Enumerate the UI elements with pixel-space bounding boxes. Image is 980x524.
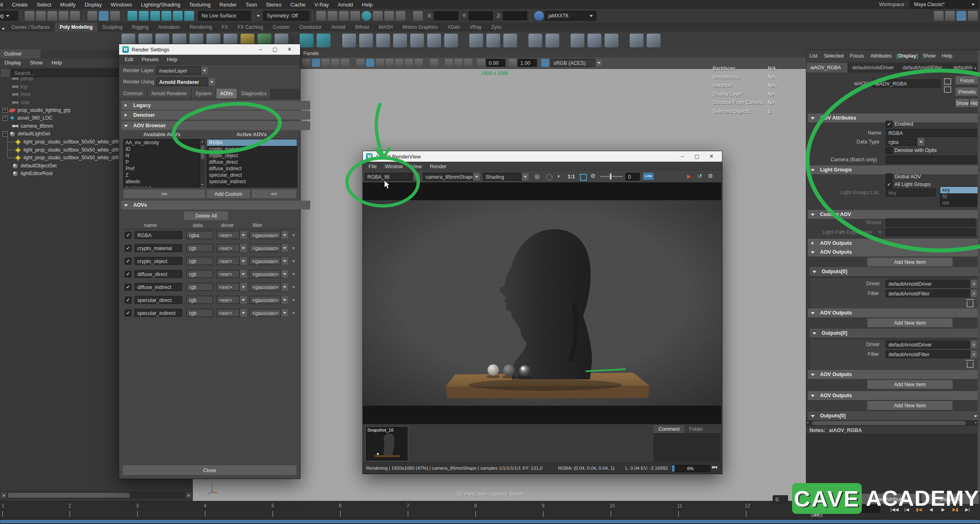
- section-aovs[interactable]: AOVs: [121, 201, 310, 210]
- driver-field[interactable]: defaultArnoldDriver: [886, 340, 970, 349]
- section-aov-outputs-4[interactable]: AOV Outputs: [808, 391, 980, 400]
- light-editor-icon[interactable]: [362, 11, 371, 21]
- aov-data-field[interactable]: rgb: [186, 257, 213, 265]
- vp-bookmarks-icon[interactable]: [331, 59, 339, 67]
- lpe-field[interactable]: [886, 228, 976, 236]
- rs-tab-diagnostics[interactable]: Diagnostics: [237, 89, 271, 98]
- list-item-selected[interactable]: RGBA: [207, 139, 297, 146]
- list-item[interactable]: ID: [124, 146, 200, 152]
- available-aovs-list[interactable]: AA_inv_density ID N P Pref Z albedo back…: [123, 139, 200, 188]
- rs-menu-edit[interactable]: Edit: [121, 57, 138, 62]
- outliner-item-front[interactable]: front: [21, 92, 30, 97]
- vp-select-camera-icon[interactable]: [302, 59, 310, 67]
- ae-menu-list[interactable]: List: [806, 53, 820, 59]
- scroll-left-icon[interactable]: ◂: [1, 492, 6, 498]
- chevron-down-icon[interactable]: [974, 415, 977, 419]
- menu-lighting-shading[interactable]: Lighting/Shading: [136, 2, 185, 8]
- menu-render[interactable]: Render: [215, 2, 241, 8]
- menu-windows[interactable]: Windows: [107, 2, 137, 8]
- live-surface-field[interactable]: No Live Surface: [198, 11, 251, 21]
- aov-enabled-checkbox[interactable]: ✓: [125, 258, 132, 265]
- file-open-icon[interactable]: [36, 11, 46, 21]
- close-button[interactable]: Close: [122, 465, 297, 475]
- aov-driver-dropdown[interactable]: <exr>: [216, 257, 247, 265]
- aov-name-field[interactable]: specular_direct: [134, 296, 182, 304]
- ae-menu-display[interactable]: [Display]: [895, 53, 920, 59]
- minimize-icon[interactable]: –: [675, 151, 690, 162]
- outliner-item-default-light-set[interactable]: defaultLightSet: [18, 131, 50, 137]
- select-hierarchy-icon[interactable]: [87, 11, 97, 21]
- shelf-tab-arnold[interactable]: Arnold: [326, 23, 350, 32]
- shelf-grab-icon[interactable]: [605, 34, 618, 47]
- scroll-up-icon[interactable]: ▲: [201, 140, 204, 143]
- aov-enabled-checkbox[interactable]: ✓: [125, 297, 132, 304]
- menu-texturing[interactable]: Texturing: [185, 2, 215, 8]
- aov-data-field[interactable]: rgb: [186, 270, 213, 278]
- shelf-mirror-icon[interactable]: [528, 34, 542, 47]
- cut-icon[interactable]: [384, 11, 394, 21]
- shelf-multicut-icon[interactable]: [469, 34, 483, 47]
- row-expand-icon[interactable]: ▼: [292, 272, 296, 276]
- scroll-right-icon[interactable]: ▸: [186, 492, 192, 498]
- close-icon[interactable]: ✕: [704, 151, 719, 162]
- aov-filter-dropdown[interactable]: <gaussian>: [249, 244, 288, 252]
- aov-enabled-checkbox[interactable]: ✓: [125, 284, 132, 291]
- vp-isolate-select-icon[interactable]: [430, 59, 438, 67]
- aov-name-field[interactable]: crypto_material: [134, 244, 182, 252]
- shelf-bevel-icon[interactable]: [410, 34, 424, 47]
- shelf-tab-curves[interactable]: Curves / Surfaces: [6, 23, 55, 32]
- vp-shadows-icon[interactable]: [395, 59, 403, 67]
- focus-button[interactable]: Focus: [955, 76, 979, 85]
- expand-icon[interactable]: +: [2, 108, 8, 113]
- filter-field[interactable]: defaultArnoldFilter: [886, 350, 970, 358]
- shelf-relax-icon[interactable]: [588, 34, 601, 47]
- section-custom-aov[interactable]: Custom AOV: [808, 210, 980, 219]
- shelf-separate-icon[interactable]: [359, 34, 373, 47]
- aov-enabled-checkbox[interactable]: ✓: [125, 271, 132, 278]
- outliner-item-camera-85mm[interactable]: camera_85mm: [21, 123, 53, 129]
- ae-menu-help[interactable]: Help: [939, 53, 956, 59]
- vp-resolution-gate-icon[interactable]: [464, 59, 472, 67]
- outliner-item-light-editor-root[interactable]: lightEditorRoot: [21, 171, 53, 176]
- snap-view-plane-icon[interactable]: [173, 11, 183, 21]
- x-coord-input[interactable]: [434, 11, 458, 20]
- vp-color-management-icon[interactable]: [541, 59, 549, 67]
- swatch-icon[interactable]: ◑: [556, 173, 560, 179]
- comment-box[interactable]: [654, 433, 720, 462]
- select-component-icon[interactable]: [110, 11, 120, 21]
- ae-tab-aiaov-rgba[interactable]: aiAOV_RGBA: [806, 63, 848, 73]
- outliner-hscrollbar[interactable]: ◂ ▸: [0, 492, 192, 499]
- panels-menu[interactable]: Panels: [299, 49, 323, 58]
- crop-region-icon[interactable]: [580, 174, 587, 181]
- name-field[interactable]: RGBA: [886, 129, 978, 137]
- shader-field[interactable]: [886, 218, 976, 227]
- ipr-render-icon[interactable]: [328, 11, 337, 21]
- rv-menu-render[interactable]: Render: [426, 164, 451, 169]
- vp-exposure-icon[interactable]: [477, 59, 485, 67]
- show-button[interactable]: Show: [955, 98, 969, 107]
- render-layer-dropdown[interactable]: masterLayer: [156, 66, 208, 75]
- delete-all-button[interactable]: Delete All: [184, 211, 228, 220]
- row-expand-icon[interactable]: ▼: [292, 311, 296, 315]
- shelf-smooth-icon[interactable]: [376, 34, 390, 47]
- aov-driver-dropdown[interactable]: <exr>: [216, 309, 247, 317]
- aov-data-field[interactable]: rgb: [186, 296, 213, 304]
- outliner-title[interactable]: Outliner: [0, 49, 40, 58]
- driver-connect-button[interactable]: >: [971, 340, 977, 349]
- light-groups-listbox[interactable]: key fill rim: [940, 186, 979, 207]
- row-expand-icon[interactable]: ▼: [292, 285, 296, 289]
- shelf-motion-trail-icon[interactable]: [647, 34, 660, 47]
- menu-stereo[interactable]: Stereo: [262, 2, 286, 8]
- outliner-item-light-softbox-1[interactable]: light_prop_studio_softbox_50x50_white_di…: [23, 139, 121, 145]
- shelf-tab-bifrost[interactable]: Bifrost: [350, 23, 374, 32]
- shelf-tab-sculpting[interactable]: Sculpting: [98, 23, 127, 32]
- outliner-item-light-softbox-3[interactable]: light_prop_studio_softbox_50x50_white_di…: [23, 155, 121, 160]
- add-new-item-button[interactable]: Add New Item: [867, 318, 953, 327]
- select-object-icon[interactable]: [99, 11, 109, 21]
- vp-use-all-lights-icon[interactable]: [386, 59, 394, 67]
- filter-connect-button[interactable]: >: [971, 289, 977, 297]
- snap-projected-center-icon[interactable]: [162, 11, 171, 21]
- light-group-option-rim[interactable]: rim: [940, 200, 978, 206]
- aov-data-field[interactable]: rgb: [186, 283, 213, 291]
- outliner-item-side[interactable]: side: [21, 100, 30, 105]
